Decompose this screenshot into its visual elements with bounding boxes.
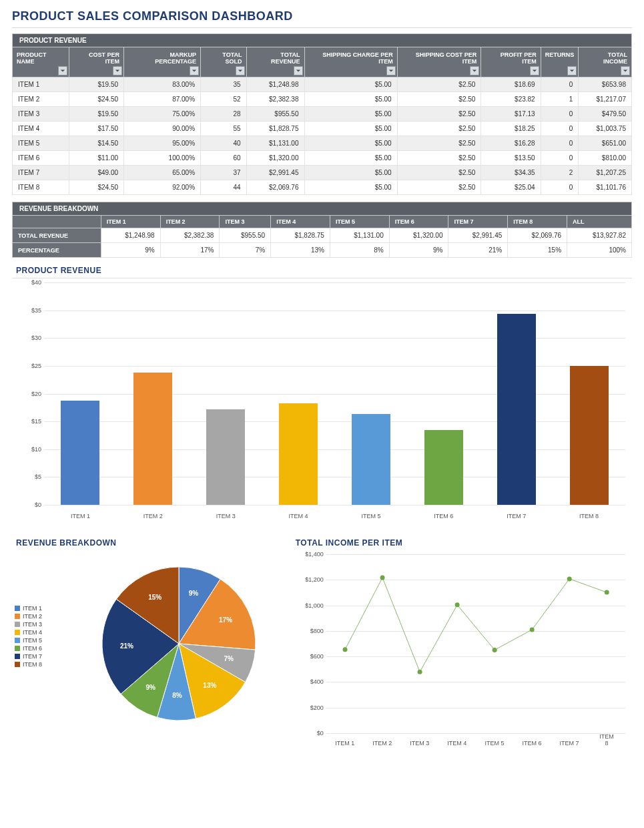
- filter-dropdown-icon[interactable]: [470, 66, 479, 75]
- cell: $34.35: [481, 166, 541, 180]
- legend-swatch: [15, 630, 20, 635]
- filter-dropdown-icon[interactable]: [530, 66, 539, 75]
- filter-dropdown-icon[interactable]: [567, 66, 577, 75]
- table-row: PERCENTAGE9%17%7%13%8%9%21%15%100%: [13, 243, 632, 258]
- x-axis-tick: ITEM 5: [485, 740, 504, 747]
- cell: 90.00%: [124, 122, 201, 136]
- column-header[interactable]: PROFIT PER ITEM: [481, 47, 541, 77]
- cell: 13%: [271, 243, 330, 258]
- table-row: ITEM 7$49.0065.00%37$2,991.45$5.00$2.50$…: [13, 166, 632, 180]
- cell: 100.00%: [124, 151, 201, 166]
- cell: 87.00%: [124, 92, 201, 107]
- cell: 2: [541, 166, 579, 180]
- column-header[interactable]: TOTAL SOLD: [201, 47, 246, 77]
- y-axis-tick: $800: [298, 628, 324, 634]
- line-marker: [342, 647, 347, 652]
- table-row: ITEM 1$19.5083.00%35$1,248.98$5.00$2.50$…: [13, 77, 632, 92]
- cell: $2.50: [397, 92, 481, 107]
- column-header[interactable]: COST PER ITEM: [69, 47, 124, 77]
- y-axis-tick: $15: [16, 418, 41, 425]
- cell: ITEM 3: [13, 107, 69, 122]
- legend-swatch: [15, 614, 20, 619]
- column-header[interactable]: RETURNS: [541, 47, 579, 77]
- cell: $1,003.75: [579, 122, 632, 136]
- cell: $25.04: [481, 180, 541, 195]
- cell: $2,991.45: [448, 228, 508, 243]
- pie-chart-title: REVENUE BREAKDOWN: [16, 538, 285, 548]
- row-header: TOTAL REVENUE: [13, 228, 101, 243]
- cell: $24.50: [69, 180, 124, 195]
- cell: 0: [541, 77, 579, 92]
- x-axis-tick: ITEM 1: [53, 513, 107, 520]
- cell: 17%: [160, 243, 220, 258]
- x-axis-tick: ITEM 7: [490, 513, 543, 520]
- cell: 92.00%: [124, 180, 201, 195]
- cell: $1,320.00: [389, 228, 448, 243]
- cell: $2.50: [397, 180, 481, 195]
- cell: $18.25: [481, 122, 541, 136]
- line-marker: [380, 576, 384, 580]
- cell: 83.00%: [124, 77, 201, 92]
- legend-label: ITEM 5: [23, 637, 42, 644]
- filter-dropdown-icon[interactable]: [190, 66, 199, 75]
- x-axis-tick: ITEM 3: [410, 740, 429, 747]
- column-header[interactable]: SHIPPING CHARGE PER ITEM: [304, 47, 397, 77]
- bar: [279, 403, 318, 505]
- x-axis-tick: ITEM 2: [126, 513, 180, 520]
- cell: $17.13: [481, 107, 541, 122]
- legend-item: ■ITEM 1: [15, 605, 42, 612]
- table-row: ITEM 8$24.5092.00%44$2,069.76$5.00$2.50$…: [13, 180, 632, 195]
- pie-slice-label: 9%: [145, 684, 155, 691]
- filter-dropdown-icon[interactable]: [236, 66, 245, 75]
- cell: ITEM 1: [13, 77, 69, 92]
- column-header[interactable]: TOTAL REVENUE: [246, 47, 304, 77]
- cell: $1,131.00: [330, 228, 389, 243]
- cell: 9%: [389, 243, 448, 258]
- revenue-breakdown-table: ITEM 1ITEM 2ITEM 3ITEM 4ITEM 5ITEM 6ITEM…: [12, 215, 632, 258]
- column-header: ITEM 1: [101, 216, 160, 228]
- filter-dropdown-icon[interactable]: [294, 66, 303, 75]
- cell: 0: [541, 151, 579, 166]
- filter-dropdown-icon[interactable]: [386, 66, 396, 75]
- legend-label: ITEM 7: [23, 653, 42, 660]
- column-header[interactable]: TOTAL INCOME: [579, 47, 632, 77]
- cell: 44: [201, 180, 246, 195]
- cell: $1,131.00: [246, 136, 304, 151]
- x-axis-tick: ITEM 8: [597, 733, 616, 747]
- pie-slice-label: 21%: [120, 642, 133, 650]
- filter-dropdown-icon[interactable]: [58, 66, 67, 75]
- cell: 100%: [567, 243, 632, 258]
- bar-chart: $0$5$10$15$20$25$30$35$40ITEM 1ITEM 2ITE…: [12, 278, 632, 525]
- line-marker: [417, 670, 422, 674]
- column-header: ITEM 3: [220, 216, 271, 228]
- table-row: ITEM 3$19.5075.00%28$955.50$5.00$2.50$17…: [13, 107, 632, 122]
- cell: $1,217.07: [579, 92, 632, 107]
- legend-item: ■ITEM 8: [15, 661, 42, 668]
- cell: 15%: [508, 243, 567, 258]
- cell: 0: [541, 122, 579, 136]
- y-axis-tick: $20: [16, 391, 41, 397]
- column-header[interactable]: MARKUP PERCENTAGE: [124, 47, 201, 77]
- y-axis-tick: $400: [298, 678, 324, 685]
- cell: $49.00: [69, 166, 124, 180]
- column-header: ITEM 4: [271, 216, 330, 228]
- column-header[interactable]: SHIPPING COST PER ITEM: [397, 47, 481, 77]
- cell: $5.00: [304, 151, 397, 166]
- column-header: ALL: [567, 216, 632, 228]
- legend-label: ITEM 1: [23, 605, 42, 612]
- cell: $13,927.82: [567, 228, 632, 243]
- legend-swatch: [15, 622, 20, 627]
- legend-item: ■ITEM 6: [15, 645, 42, 652]
- cell: $479.50: [579, 107, 632, 122]
- column-header[interactable]: PRODUCT NAME: [13, 47, 69, 77]
- legend-swatch: [15, 606, 20, 611]
- cell: 28: [201, 107, 246, 122]
- filter-dropdown-icon[interactable]: [621, 66, 630, 75]
- cell: $5.00: [304, 92, 397, 107]
- cell: $653.98: [579, 77, 632, 92]
- table-row: ITEM 5$14.5095.00%40$1,131.00$5.00$2.50$…: [13, 136, 632, 151]
- filter-dropdown-icon[interactable]: [113, 66, 122, 75]
- cell: 0: [541, 180, 579, 195]
- cell: 8%: [330, 243, 389, 258]
- cell: $955.50: [246, 107, 304, 122]
